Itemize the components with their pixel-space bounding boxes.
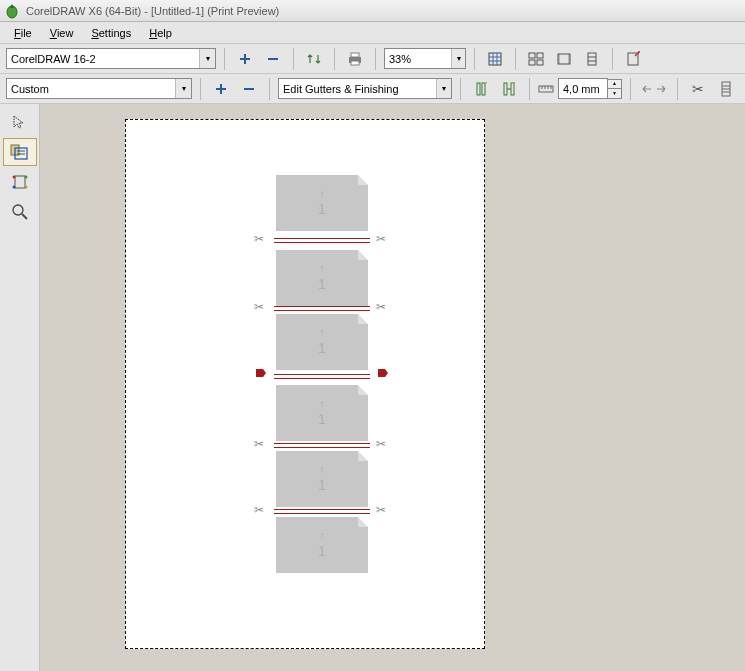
- gutter-combo[interactable]: ▾: [278, 78, 452, 99]
- page-number: 1: [318, 411, 326, 427]
- zoom-combo[interactable]: ▾: [384, 48, 466, 69]
- gutter-size-icon[interactable]: [497, 77, 521, 101]
- cut-line: [274, 306, 370, 311]
- add-layout-button[interactable]: [209, 77, 233, 101]
- add-button[interactable]: [233, 47, 257, 71]
- svg-rect-2: [351, 53, 359, 57]
- svg-rect-19: [504, 83, 507, 95]
- page-number: 1: [318, 477, 326, 493]
- equal-gutters-icon[interactable]: [469, 77, 493, 101]
- up-arrow-icon: ↑: [319, 529, 325, 541]
- zoom-input[interactable]: [385, 49, 451, 68]
- scissors-tool-icon[interactable]: ✂: [686, 77, 710, 101]
- print-page: ↑1 ✂ ✂ ↑1 ✂ ✂ ↑1 ↑1 ✂ ✂ ↑1 ✂ ✂ ↑1: [125, 119, 485, 649]
- marks-tool-icon[interactable]: [714, 77, 738, 101]
- fold-tab-icon: [256, 369, 266, 377]
- scissor-icon: ✂: [376, 300, 386, 314]
- svg-point-34: [24, 176, 27, 179]
- svg-rect-32: [15, 176, 25, 188]
- svg-rect-5: [529, 53, 535, 58]
- up-arrow-icon: ↑: [319, 262, 325, 274]
- spacing-input[interactable]: [558, 78, 608, 99]
- close-preview-icon[interactable]: [621, 47, 645, 71]
- canvas-area[interactable]: ↑1 ✂ ✂ ↑1 ✂ ✂ ↑1 ↑1 ✂ ✂ ↑1 ✂ ✂ ↑1: [40, 104, 745, 671]
- menu-file[interactable]: File: [6, 24, 40, 42]
- svg-point-36: [24, 186, 27, 189]
- svg-rect-20: [511, 83, 514, 95]
- svg-rect-3: [351, 61, 359, 65]
- scissor-icon: ✂: [376, 503, 386, 517]
- svg-rect-17: [477, 83, 480, 95]
- mirror-icon[interactable]: [302, 47, 326, 71]
- toolbar-print-options: ▾ ▾: [0, 44, 745, 74]
- toolbar-imposition: ▾ ▾ ▲ ▼ ✂: [0, 74, 745, 104]
- svg-point-35: [12, 186, 15, 189]
- spacing-spinner[interactable]: ▲ ▼: [558, 78, 622, 99]
- marks-placement-icon[interactable]: [3, 168, 37, 196]
- svg-rect-7: [529, 60, 535, 65]
- ruler-icon: [538, 83, 554, 95]
- dropdown-icon[interactable]: ▾: [436, 79, 451, 98]
- layout-preset-input[interactable]: [7, 79, 175, 98]
- remove-button[interactable]: [261, 47, 285, 71]
- svg-rect-12: [588, 53, 596, 65]
- fullscreen-icon[interactable]: [483, 47, 507, 71]
- zoom-tool-icon[interactable]: [3, 198, 37, 226]
- menu-bar: File View Settings Help: [0, 22, 745, 44]
- layout-icon[interactable]: [580, 47, 604, 71]
- spacing-direction-icon: [639, 77, 669, 101]
- tool-dock: [0, 104, 40, 671]
- dropdown-icon[interactable]: ▾: [199, 49, 215, 68]
- scissor-icon: ✂: [376, 437, 386, 451]
- svg-point-16: [638, 51, 640, 53]
- scissor-icon: ✂: [254, 437, 264, 451]
- scissor-icon: ✂: [254, 503, 264, 517]
- dropdown-icon[interactable]: ▾: [175, 79, 191, 98]
- print-icon[interactable]: [343, 47, 367, 71]
- spinner-up-icon[interactable]: ▲: [607, 79, 622, 89]
- layout-preset-combo[interactable]: ▾: [6, 78, 192, 99]
- film-icon[interactable]: [552, 47, 576, 71]
- remove-layout-button[interactable]: [237, 77, 261, 101]
- spinner-down-icon[interactable]: ▼: [607, 89, 622, 99]
- menu-help[interactable]: Help: [141, 24, 180, 42]
- svg-rect-6: [537, 53, 543, 58]
- svg-rect-8: [537, 60, 543, 65]
- up-arrow-icon: ↑: [319, 187, 325, 199]
- page-thumb[interactable]: ↑1: [276, 451, 368, 507]
- menu-settings[interactable]: Settings: [83, 24, 139, 42]
- menu-view[interactable]: View: [42, 24, 82, 42]
- page-thumb[interactable]: ↑1: [276, 250, 368, 306]
- pick-tool-icon[interactable]: [3, 108, 37, 136]
- page-number: 1: [318, 543, 326, 559]
- cut-line: [274, 238, 370, 243]
- fold-tab-icon: [378, 369, 388, 377]
- imposition-tool-icon[interactable]: [3, 138, 37, 166]
- page-thumb[interactable]: ↑1: [276, 517, 368, 573]
- page-number: 1: [318, 340, 326, 356]
- dropdown-icon[interactable]: ▾: [451, 49, 465, 68]
- svg-line-38: [22, 214, 27, 219]
- svg-point-37: [13, 205, 23, 215]
- page-thumb[interactable]: ↑1: [276, 314, 368, 370]
- cut-line: [274, 374, 370, 379]
- gutter-combo-input[interactable]: [279, 79, 436, 98]
- up-arrow-icon: ↑: [319, 463, 325, 475]
- title-bar: CorelDRAW X6 (64-Bit) - [Untitled-1] (Pr…: [0, 0, 745, 22]
- app-logo-icon: [4, 3, 20, 19]
- page-sorter-icon[interactable]: [524, 47, 548, 71]
- page-thumb[interactable]: ↑1: [276, 385, 368, 441]
- page-number: 1: [318, 201, 326, 217]
- svg-rect-18: [482, 83, 485, 95]
- printer-combo-input[interactable]: [7, 49, 199, 68]
- scissor-icon: ✂: [254, 232, 264, 246]
- svg-rect-11: [568, 54, 570, 64]
- scissor-icon: ✂: [376, 232, 386, 246]
- cut-line: [274, 443, 370, 448]
- cut-line: [274, 509, 370, 514]
- page-number: 1: [318, 276, 326, 292]
- svg-point-33: [12, 176, 15, 179]
- scissor-icon: ✂: [254, 300, 264, 314]
- printer-combo[interactable]: ▾: [6, 48, 216, 69]
- page-thumb[interactable]: ↑1: [276, 175, 368, 231]
